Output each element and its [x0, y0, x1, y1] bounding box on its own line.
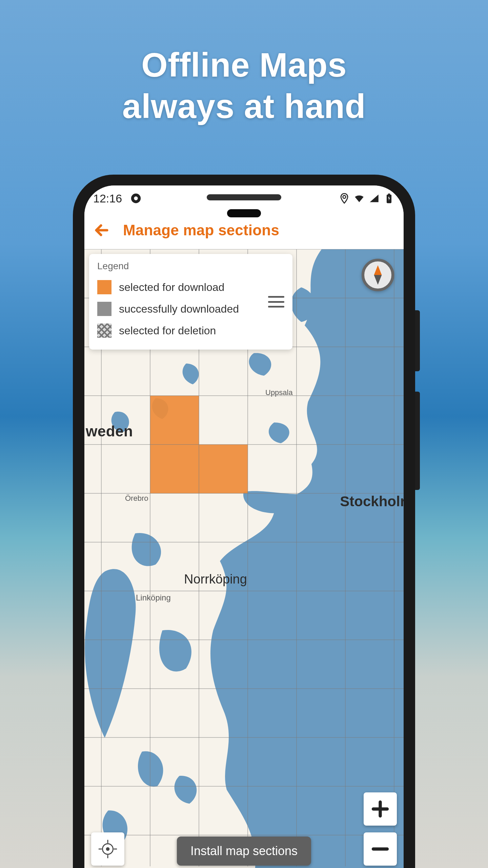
map-label-stockholm: Stockholr: [340, 493, 404, 510]
legend-row: successfully downloaded: [97, 298, 284, 320]
hero-line-2: always at hand: [0, 85, 488, 127]
legend-label: successfully downloaded: [119, 303, 239, 315]
legend-label: selected for download: [119, 281, 224, 294]
locate-me-button[interactable]: [91, 832, 124, 866]
hero-line-1: Offline Maps: [0, 44, 488, 85]
legend-row: selected for deletion: [97, 320, 284, 341]
phone-frame: 12:16 Manage map sections: [73, 175, 415, 868]
privacy-icon: [130, 193, 142, 204]
wifi-icon: [353, 193, 365, 204]
svg-marker-25: [374, 265, 382, 275]
svg-rect-3: [388, 194, 390, 195]
map-label-orebro: Örebro: [125, 494, 148, 503]
legend-swatch-selected-download: [97, 280, 111, 294]
app-bar-title: Manage map sections: [123, 222, 279, 239]
zoom-in-button[interactable]: [364, 792, 397, 826]
phone-side-button: [415, 392, 420, 490]
legend-swatch-downloaded: [97, 302, 111, 316]
status-time: 12:16: [93, 192, 122, 205]
map-label-linkoping: Linköping: [136, 593, 171, 603]
zoom-out-button[interactable]: [364, 832, 397, 866]
map-label-uppsala: Uppsala: [265, 388, 293, 397]
legend-row: selected for download: [97, 276, 284, 298]
screen: 12:16 Manage map sections: [84, 185, 404, 868]
map-label-norrkoping: Norrköping: [184, 572, 247, 587]
legend-label: selected for deletion: [119, 324, 216, 337]
map-label-sweden: weden: [84, 423, 133, 440]
hero-title: Offline Maps always at hand: [0, 44, 488, 127]
legend-title: Legend: [97, 261, 284, 272]
back-button[interactable]: [92, 220, 111, 240]
legend-panel: Legend selected for download successfull…: [89, 254, 292, 350]
drag-handle-icon[interactable]: [268, 296, 284, 308]
svg-point-31: [106, 848, 109, 850]
battery-icon: [383, 193, 395, 204]
map-canvas[interactable]: weden Stockholr Norrköping Linköping Öre…: [84, 249, 404, 868]
phone-side-button: [415, 310, 420, 371]
legend-swatch-selected-delete: [97, 323, 111, 338]
status-bar: 12:16: [84, 185, 404, 211]
install-map-sections-button[interactable]: Install map sections: [177, 836, 311, 866]
svg-marker-26: [374, 275, 382, 285]
location-icon: [339, 193, 350, 204]
compass-button[interactable]: [362, 259, 394, 291]
svg-point-1: [134, 196, 138, 200]
phone-sensor: [227, 209, 261, 217]
cell-icon: [368, 193, 380, 204]
